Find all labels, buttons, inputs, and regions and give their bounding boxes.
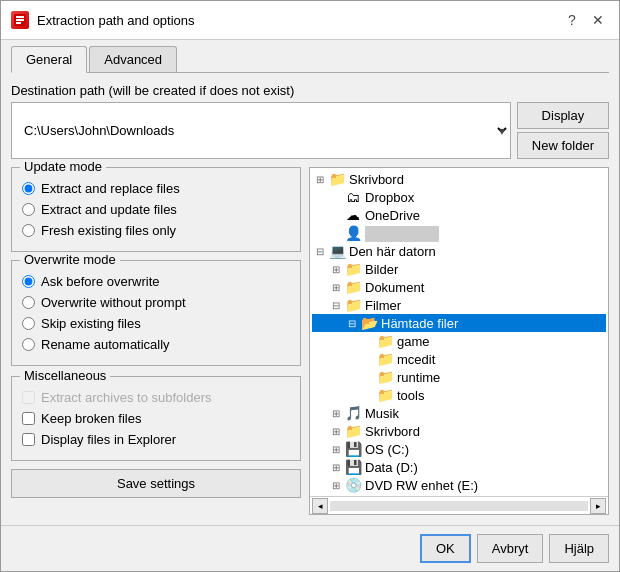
tab-advanced[interactable]: Advanced <box>89 46 177 72</box>
file-tree[interactable]: 📁 Skrivbord 🗂 Dropbox ☁ OneDrive <box>310 168 608 496</box>
tree-label: Skrivbord <box>349 172 404 187</box>
overwrite-mode-label: Overwrite mode <box>20 252 120 267</box>
tree-item-runtime[interactable]: 📁 runtime <box>312 368 606 386</box>
help-button[interactable]: ? <box>561 9 583 31</box>
tree-label: Bilder <box>365 262 398 277</box>
check-explorer[interactable]: Display files in Explorer <box>22 429 290 450</box>
svg-rect-2 <box>16 19 24 21</box>
miscellaneous-group: Miscellaneous Extract archives to subfol… <box>11 376 301 461</box>
radio-ask-overwrite[interactable]: Ask before overwrite <box>22 271 290 292</box>
app-icon <box>11 11 29 29</box>
music-icon: 🎵 <box>344 405 362 421</box>
new-folder-button[interactable]: New folder <box>517 132 609 159</box>
folder-icon: 📁 <box>344 261 362 277</box>
check-subfolders: Extract archives to subfolders <box>22 387 290 408</box>
scroll-right-button[interactable]: ▸ <box>590 498 606 514</box>
check-broken-files[interactable]: Keep broken files <box>22 408 290 429</box>
tree-item-skrivbord2[interactable]: 📁 Skrivbord <box>312 422 606 440</box>
expand-icon[interactable] <box>328 300 344 311</box>
expand-icon[interactable] <box>328 462 344 473</box>
radio-ask-overwrite-label: Ask before overwrite <box>41 274 160 289</box>
tree-label: OS (C:) <box>365 442 409 457</box>
expand-icon[interactable] <box>312 246 328 257</box>
close-button[interactable]: ✕ <box>587 9 609 31</box>
check-broken-files-label: Keep broken files <box>41 411 141 426</box>
main-area: Update mode Extract and replace files Ex… <box>11 167 609 515</box>
tree-item-computer[interactable]: 💻 Den här datorn <box>312 242 606 260</box>
tree-item-osc[interactable]: 💾 OS (C:) <box>312 440 606 458</box>
scroll-track[interactable] <box>330 501 588 511</box>
folder-icon: 📁 <box>344 279 362 295</box>
tree-label: mcedit <box>397 352 435 367</box>
radio-fresh-existing-label: Fresh existing files only <box>41 223 176 238</box>
radio-extract-replace[interactable]: Extract and replace files <box>22 178 290 199</box>
tree-item-filmer[interactable]: 📁 Filmer <box>312 296 606 314</box>
scroll-left-button[interactable]: ◂ <box>312 498 328 514</box>
titlebar-left: Extraction path and options <box>11 11 195 29</box>
tree-item-dokument[interactable]: 📁 Dokument <box>312 278 606 296</box>
update-mode-label: Update mode <box>20 159 106 174</box>
misc-label: Miscellaneous <box>20 368 110 383</box>
folder-icon: 📁 <box>344 297 362 313</box>
file-tree-panel: 📁 Skrivbord 🗂 Dropbox ☁ OneDrive <box>309 167 609 515</box>
expand-icon[interactable] <box>328 264 344 275</box>
computer-icon: 💻 <box>328 243 346 259</box>
folder-icon: 📁 <box>328 171 346 187</box>
tree-item-game[interactable]: 📁 game <box>312 332 606 350</box>
tree-item-musik[interactable]: 🎵 Musik <box>312 404 606 422</box>
titlebar-controls: ? ✕ <box>561 9 609 31</box>
tree-item-dvd[interactable]: 💿 DVD RW enhet (E:) <box>312 476 606 494</box>
expand-icon[interactable] <box>328 480 344 491</box>
path-select-wrapper[interactable]: C:\Users\John\Downloads <box>11 102 511 159</box>
destination-label: Destination path (will be created if doe… <box>11 83 609 98</box>
radio-extract-update[interactable]: Extract and update files <box>22 199 290 220</box>
svg-rect-3 <box>16 22 21 24</box>
tree-item-tools[interactable]: 📁 tools <box>312 386 606 404</box>
save-settings-button[interactable]: Save settings <box>11 469 301 498</box>
expand-icon[interactable] <box>328 408 344 419</box>
tree-label: Dokument <box>365 280 424 295</box>
expand-icon[interactable] <box>328 426 344 437</box>
tree-item-dropbox[interactable]: 🗂 Dropbox <box>312 188 606 206</box>
dialog: Extraction path and options ? ✕ General … <box>0 0 620 572</box>
dialog-title: Extraction path and options <box>37 13 195 28</box>
tree-item-skrivbord[interactable]: 📁 Skrivbord <box>312 170 606 188</box>
destination-section: Destination path (will be created if doe… <box>11 83 609 159</box>
titlebar: Extraction path and options ? ✕ <box>1 1 619 40</box>
radio-fresh-existing[interactable]: Fresh existing files only <box>22 220 290 241</box>
user-icon: 👤 <box>344 225 362 241</box>
tree-item-onedrive[interactable]: ☁ OneDrive <box>312 206 606 224</box>
tree-label: Data (D:) <box>365 460 418 475</box>
tree-item-mcedit[interactable]: 📁 mcedit <box>312 350 606 368</box>
tree-label: Musik <box>365 406 399 421</box>
ok-button[interactable]: OK <box>420 534 471 563</box>
tab-general[interactable]: General <box>11 46 87 73</box>
expand-icon[interactable] <box>312 174 328 185</box>
expand-icon[interactable] <box>344 318 360 329</box>
help-footer-button[interactable]: Hjälp <box>549 534 609 563</box>
check-subfolders-label: Extract archives to subfolders <box>41 390 212 405</box>
folder-icon: 📁 <box>376 351 394 367</box>
expand-icon[interactable] <box>328 444 344 455</box>
tree-label: Hämtade filer <box>381 316 458 331</box>
left-panel: Update mode Extract and replace files Ex… <box>11 167 301 515</box>
radio-overwrite-noprompt[interactable]: Overwrite without prompt <box>22 292 290 313</box>
tree-label: DVD RW enhet (E:) <box>365 478 478 493</box>
cancel-button[interactable]: Avbryt <box>477 534 544 563</box>
display-button[interactable]: Display <box>517 102 609 129</box>
horizontal-scrollbar: ◂ ▸ <box>310 496 608 514</box>
tree-label: game <box>397 334 430 349</box>
expand-icon[interactable] <box>328 282 344 293</box>
radio-extract-update-label: Extract and update files <box>41 202 177 217</box>
radio-rename-auto[interactable]: Rename automatically <box>22 334 290 355</box>
tree-item-datad[interactable]: 💾 Data (D:) <box>312 458 606 476</box>
tree-label: OneDrive <box>365 208 420 223</box>
dropbox-icon: 🗂 <box>344 189 362 205</box>
destination-select[interactable]: C:\Users\John\Downloads <box>11 102 511 159</box>
tree-label: Skrivbord <box>365 424 420 439</box>
update-mode-group: Update mode Extract and replace files Ex… <box>11 167 301 252</box>
tree-item-bilder[interactable]: 📁 Bilder <box>312 260 606 278</box>
tree-item-user[interactable]: 👤 ████████ <box>312 224 606 242</box>
tree-item-hamtade[interactable]: 📂 Hämtade filer <box>312 314 606 332</box>
radio-skip-existing[interactable]: Skip existing files <box>22 313 290 334</box>
